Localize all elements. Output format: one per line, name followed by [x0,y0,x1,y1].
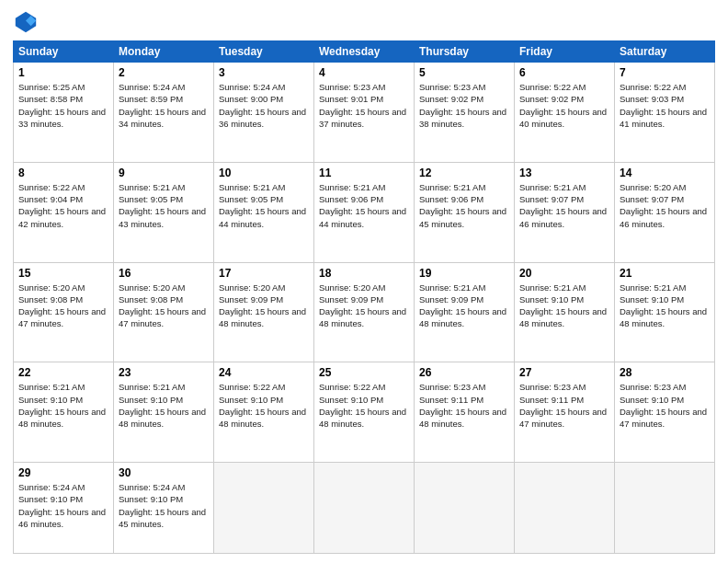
calendar-cell: 9Sunrise: 5:21 AMSunset: 9:05 PMDaylight… [114,162,214,262]
day-info: Sunrise: 5:20 AMSunset: 9:09 PMDaylight:… [319,282,409,330]
day-info: Sunrise: 5:22 AMSunset: 9:03 PMDaylight:… [620,81,710,130]
day-info: Sunrise: 5:23 AMSunset: 9:02 PMDaylight:… [419,81,509,130]
day-number: 5 [419,66,509,79]
day-number: 6 [519,66,609,79]
day-number: 13 [519,167,609,179]
calendar-cell: 29Sunrise: 5:24 AMSunset: 9:10 PMDayligh… [14,463,114,554]
weekday-header-row: SundayMondayTuesdayWednesdayThursdayFrid… [14,41,715,63]
calendar-cell: 15Sunrise: 5:20 AMSunset: 9:08 PMDayligh… [14,262,114,362]
day-info: Sunrise: 5:23 AMSunset: 9:01 PMDaylight:… [319,81,409,130]
day-number: 30 [119,466,209,479]
day-info: Sunrise: 5:22 AMSunset: 9:02 PMDaylight:… [519,81,609,130]
day-info: Sunrise: 5:21 AMSunset: 9:05 PMDaylight:… [119,181,209,230]
calendar-cell [314,463,415,554]
week-row-4: 22Sunrise: 5:21 AMSunset: 9:10 PMDayligh… [14,362,715,463]
day-info: Sunrise: 5:21 AMSunset: 9:10 PMDaylight:… [620,282,710,330]
calendar-cell [515,463,615,554]
calendar-cell: 14Sunrise: 5:20 AMSunset: 9:07 PMDayligh… [615,162,715,262]
day-info: Sunrise: 5:21 AMSunset: 9:10 PMDaylight:… [119,381,209,430]
day-info: Sunrise: 5:20 AMSunset: 9:09 PMDaylight:… [219,282,309,330]
weekday-header-thursday: Thursday [415,41,515,63]
day-number: 25 [319,366,409,379]
day-info: Sunrise: 5:21 AMSunset: 9:06 PMDaylight:… [419,181,509,230]
day-info: Sunrise: 5:21 AMSunset: 9:10 PMDaylight:… [519,282,609,330]
calendar-cell: 20Sunrise: 5:21 AMSunset: 9:10 PMDayligh… [515,262,615,362]
day-info: Sunrise: 5:22 AMSunset: 9:10 PMDaylight:… [319,381,409,430]
week-row-5: 29Sunrise: 5:24 AMSunset: 9:10 PMDayligh… [14,463,715,554]
day-number: 29 [18,466,108,479]
week-row-2: 8Sunrise: 5:22 AMSunset: 9:04 PMDaylight… [14,162,715,262]
day-number: 20 [519,267,609,280]
day-info: Sunrise: 5:23 AMSunset: 9:11 PMDaylight:… [519,381,609,430]
day-number: 23 [119,366,209,379]
day-info: Sunrise: 5:22 AMSunset: 9:10 PMDaylight:… [219,381,309,430]
day-number: 27 [519,366,609,379]
day-info: Sunrise: 5:24 AMSunset: 9:10 PMDaylight:… [18,481,108,530]
day-number: 15 [18,267,108,280]
day-number: 18 [319,267,409,280]
day-number: 19 [419,267,509,280]
logo [13,9,42,35]
day-info: Sunrise: 5:20 AMSunset: 9:08 PMDaylight:… [119,282,209,330]
week-row-1: 1Sunrise: 5:25 AMSunset: 8:58 PMDaylight… [14,63,715,163]
calendar-cell [615,463,715,554]
day-number: 10 [219,167,309,179]
weekday-header-saturday: Saturday [615,41,715,63]
calendar-cell: 30Sunrise: 5:24 AMSunset: 9:10 PMDayligh… [114,463,214,554]
calendar-cell: 1Sunrise: 5:25 AMSunset: 8:58 PMDaylight… [14,63,114,163]
weekday-header-wednesday: Wednesday [314,41,415,63]
calendar-cell: 19Sunrise: 5:21 AMSunset: 9:09 PMDayligh… [415,262,515,362]
day-info: Sunrise: 5:21 AMSunset: 9:10 PMDaylight:… [18,381,108,430]
calendar-cell: 26Sunrise: 5:23 AMSunset: 9:11 PMDayligh… [415,362,515,463]
day-number: 9 [119,167,209,179]
day-number: 8 [18,167,108,179]
weekday-header-tuesday: Tuesday [214,41,314,63]
day-number: 22 [18,366,108,379]
day-info: Sunrise: 5:21 AMSunset: 9:09 PMDaylight:… [419,282,509,330]
day-number: 17 [219,267,309,280]
calendar-cell: 25Sunrise: 5:22 AMSunset: 9:10 PMDayligh… [314,362,415,463]
day-number: 7 [620,66,710,79]
day-number: 3 [219,66,309,79]
day-number: 24 [219,366,309,379]
weekday-header-friday: Friday [515,41,615,63]
calendar-cell: 7Sunrise: 5:22 AMSunset: 9:03 PMDaylight… [615,63,715,163]
calendar-cell: 17Sunrise: 5:20 AMSunset: 9:09 PMDayligh… [214,262,314,362]
day-info: Sunrise: 5:23 AMSunset: 9:10 PMDaylight:… [620,381,710,430]
day-number: 26 [419,366,509,379]
day-number: 1 [18,66,108,79]
day-number: 28 [620,366,710,379]
day-number: 12 [419,167,509,179]
calendar-cell: 3Sunrise: 5:24 AMSunset: 9:00 PMDaylight… [214,63,314,163]
calendar-cell: 27Sunrise: 5:23 AMSunset: 9:11 PMDayligh… [515,362,615,463]
page: SundayMondayTuesdayWednesdayThursdayFrid… [0,0,728,563]
calendar-cell: 21Sunrise: 5:21 AMSunset: 9:10 PMDayligh… [615,262,715,362]
calendar-cell: 23Sunrise: 5:21 AMSunset: 9:10 PMDayligh… [114,362,214,463]
day-number: 16 [119,267,209,280]
calendar-cell: 4Sunrise: 5:23 AMSunset: 9:01 PMDaylight… [314,63,415,163]
weekday-header-monday: Monday [114,41,214,63]
day-info: Sunrise: 5:24 AMSunset: 9:10 PMDaylight:… [119,481,209,530]
day-info: Sunrise: 5:22 AMSunset: 9:04 PMDaylight:… [18,181,108,230]
day-info: Sunrise: 5:21 AMSunset: 9:07 PMDaylight:… [519,181,609,230]
day-info: Sunrise: 5:21 AMSunset: 9:06 PMDaylight:… [319,181,409,230]
day-info: Sunrise: 5:24 AMSunset: 9:00 PMDaylight:… [219,81,309,130]
calendar-cell: 8Sunrise: 5:22 AMSunset: 9:04 PMDaylight… [14,162,114,262]
logo-icon [13,9,39,35]
calendar-cell: 18Sunrise: 5:20 AMSunset: 9:09 PMDayligh… [314,262,415,362]
calendar-cell: 24Sunrise: 5:22 AMSunset: 9:10 PMDayligh… [214,362,314,463]
calendar-cell: 6Sunrise: 5:22 AMSunset: 9:02 PMDaylight… [515,63,615,163]
day-number: 11 [319,167,409,179]
calendar-cell: 11Sunrise: 5:21 AMSunset: 9:06 PMDayligh… [314,162,415,262]
calendar-cell: 13Sunrise: 5:21 AMSunset: 9:07 PMDayligh… [515,162,615,262]
calendar-cell: 12Sunrise: 5:21 AMSunset: 9:06 PMDayligh… [415,162,515,262]
day-number: 2 [119,66,209,79]
day-info: Sunrise: 5:23 AMSunset: 9:11 PMDaylight:… [419,381,509,430]
calendar-cell: 10Sunrise: 5:21 AMSunset: 9:05 PMDayligh… [214,162,314,262]
calendar-cell: 5Sunrise: 5:23 AMSunset: 9:02 PMDaylight… [415,63,515,163]
weekday-header-sunday: Sunday [14,41,114,63]
calendar-cell [415,463,515,554]
day-info: Sunrise: 5:21 AMSunset: 9:05 PMDaylight:… [219,181,309,230]
calendar-table: SundayMondayTuesdayWednesdayThursdayFrid… [13,40,715,554]
week-row-3: 15Sunrise: 5:20 AMSunset: 9:08 PMDayligh… [14,262,715,362]
